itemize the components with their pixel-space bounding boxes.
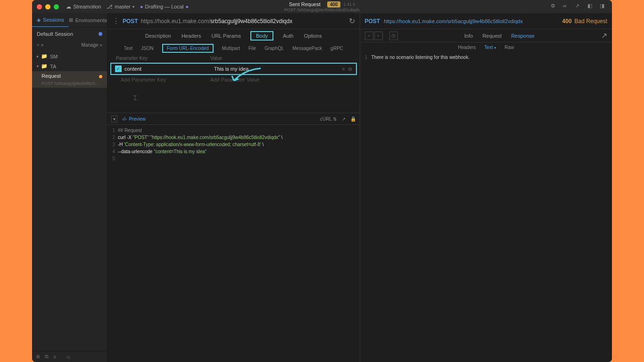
footer-filter-icon[interactable]: ≡ bbox=[53, 354, 56, 360]
branch-label[interactable]: ⎇ master ▾ bbox=[107, 4, 134, 10]
collapse-icon[interactable]: ▾ bbox=[111, 115, 117, 123]
copy-code-icon[interactable]: ↗ bbox=[342, 116, 346, 122]
folder-sm[interactable]: ▸ 📁 SM bbox=[32, 51, 107, 61]
tab-environments[interactable]: ⊞ Environments bbox=[69, 13, 107, 27]
footer-copy-icon[interactable]: ⧉ bbox=[45, 354, 49, 360]
sidebar-request-item[interactable]: Request POST /srb5acguljj9w4b86c5... bbox=[32, 71, 107, 88]
resp-tab-request[interactable]: Request bbox=[482, 33, 502, 39]
window-subtitle: POST /srb5acguljj9w4b86c5tlioll2vdiqdx bbox=[284, 8, 360, 12]
param-checkbox[interactable]: ✓ bbox=[115, 66, 122, 72]
titlebar: ☁ Streamotion ⎇ master ▾ ● Drafting — Lo… bbox=[32, 0, 612, 13]
tab-body[interactable]: Body bbox=[250, 31, 273, 41]
response-panel: POST https://hook.eu1.make.com/srb5acgul… bbox=[360, 13, 612, 362]
bodytype-text[interactable]: Text bbox=[124, 46, 132, 51]
maximize-window-button[interactable] bbox=[54, 4, 59, 9]
bodytype-msgpack[interactable]: MessagePack bbox=[292, 46, 322, 51]
tab-headers[interactable]: Headers bbox=[181, 31, 202, 41]
folder-ta[interactable]: ▾ 📁 TA bbox=[32, 61, 107, 71]
draft-status[interactable]: ● Drafting — Local ● bbox=[140, 4, 189, 9]
resp-view-headers[interactable]: Headers bbox=[458, 45, 476, 50]
app-window: ☁ Streamotion ⎇ master ▾ ● Drafting — Lo… bbox=[32, 0, 612, 362]
param-key-placeholder[interactable]: Add Parameter Key bbox=[121, 77, 210, 82]
settings-icon[interactable]: ⚙ bbox=[551, 3, 558, 10]
bodytype-form[interactable]: Form URL-Encoded bbox=[162, 44, 214, 53]
history-forward-button[interactable]: › bbox=[374, 32, 383, 40]
status-badge: 400 bbox=[327, 1, 341, 8]
sidebar-footer: ⊕ ⧉ ≡ ☺ bbox=[32, 351, 107, 362]
response-tabs: Info Request Response bbox=[399, 30, 601, 41]
bodytype-graphql[interactable]: GraphQL bbox=[264, 46, 284, 51]
content-split: ⋮ POST https://hook.eu1.make.com/srb5acg… bbox=[107, 13, 612, 362]
titlebar-right: ⚙ ∞ ↗ ◧ ◨ bbox=[551, 3, 607, 10]
share-response-icon[interactable]: ↗ bbox=[601, 31, 607, 40]
param-value-placeholder[interactable]: Add Parameter Value bbox=[210, 77, 356, 82]
history-nav: ‹ › ◷ Info Request Response ↗ bbox=[360, 29, 612, 42]
bodytype-json[interactable]: JSON bbox=[141, 46, 154, 51]
panel-left-icon[interactable]: ◧ bbox=[587, 3, 595, 10]
titlebar-left: ☁ Streamotion ⎇ master ▾ ● Drafting — Lo… bbox=[66, 4, 189, 10]
export-format-select[interactable]: cURL ⇅ bbox=[320, 116, 337, 122]
window-controls bbox=[37, 4, 59, 9]
resp-tab-info[interactable]: Info bbox=[464, 33, 473, 39]
tab-options[interactable]: Options bbox=[303, 31, 323, 41]
session-header[interactable]: Default Session bbox=[32, 27, 107, 41]
window-title: Sent Request bbox=[289, 1, 321, 7]
panel-right-icon[interactable]: ◨ bbox=[600, 3, 607, 10]
tab-description[interactable]: Description bbox=[144, 31, 172, 41]
app-label: ☁ Streamotion bbox=[66, 4, 101, 10]
param-header-row: Parameter Key Value bbox=[107, 54, 360, 63]
param-row-empty[interactable]: Add Parameter Key Add Parameter Value bbox=[107, 75, 360, 84]
preview-button[interactable]: ‹/› Preview bbox=[122, 116, 146, 122]
titlebar-center: Sent Request 400 1.41 s POST /srb5acgulj… bbox=[284, 1, 360, 12]
resp-tab-response[interactable]: Response bbox=[511, 33, 535, 39]
footer-add-icon[interactable]: ⊕ bbox=[36, 354, 40, 360]
sidebar-tree: ▸ 📁 SM ▾ 📁 TA Request POST /srb5acguljj9… bbox=[32, 49, 107, 90]
history-clock-icon[interactable]: ◷ bbox=[389, 32, 398, 40]
close-window-button[interactable] bbox=[37, 4, 42, 9]
param-value-input[interactable]: This is my idea bbox=[214, 66, 342, 72]
param-key-input[interactable]: content bbox=[124, 66, 214, 72]
lock-icon[interactable]: 🔒 bbox=[350, 116, 356, 122]
send-button[interactable]: ↻ bbox=[349, 16, 355, 25]
response-view-tabs: Headers Text ▾ Raw bbox=[360, 42, 612, 52]
bodytype-file[interactable]: File bbox=[248, 46, 256, 51]
add-button[interactable]: + ▾ bbox=[37, 42, 43, 48]
main-area: ◈ Sessions ⊞ Environments Default Sessio… bbox=[32, 13, 612, 362]
request-panel: ⋮ POST https://hook.eu1.make.com/srb5acg… bbox=[107, 13, 360, 362]
bodytype-multipart[interactable]: Multipart bbox=[222, 46, 240, 51]
manage-button[interactable]: Manage » bbox=[82, 42, 102, 48]
sidebar-manage-row: + ▾ Manage » bbox=[32, 41, 107, 49]
code-toolbar: ▾ ‹/› Preview cURL ⇅ ↗ 🔒 bbox=[107, 113, 360, 125]
tab-auth[interactable]: Auth bbox=[282, 31, 295, 41]
request-tabs: Description Headers URL Params Body Auth… bbox=[107, 29, 360, 42]
tab-url-params[interactable]: URL Params bbox=[210, 31, 242, 41]
param-row-content[interactable]: ✓ content This is my idea ≡⊖ bbox=[110, 63, 357, 75]
param-menu-icon[interactable]: ≡ bbox=[342, 66, 345, 72]
param-delete-icon[interactable]: ⊖ bbox=[348, 66, 352, 72]
resp-url: https://hook.eu1.make.com/srb5acguljj9w4… bbox=[384, 18, 558, 24]
bodytype-grpc[interactable]: gRPC bbox=[330, 46, 343, 51]
text-cursor-icon: ⌶ bbox=[133, 94, 137, 101]
link-icon[interactable]: ∞ bbox=[563, 3, 570, 10]
unsaved-indicator-icon bbox=[99, 75, 102, 78]
request-urlbar: ⋮ POST https://hook.eu1.make.com/srb5acg… bbox=[107, 13, 360, 29]
export-icon[interactable]: ↗ bbox=[575, 3, 583, 10]
response-body[interactable]: 1 There is no scenario listening for thi… bbox=[360, 52, 612, 63]
resp-view-raw[interactable]: Raw bbox=[504, 45, 514, 50]
tab-sessions[interactable]: ◈ Sessions bbox=[32, 13, 69, 27]
code-preview: 12345 ## Request curl -X "POST" "https:/… bbox=[107, 125, 360, 362]
footer-smile-icon[interactable]: ☺ bbox=[66, 354, 71, 360]
resp-view-text[interactable]: Text ▾ bbox=[484, 45, 496, 50]
resp-status: 400 Bad Request bbox=[562, 18, 607, 25]
time-label: 1.41 s bbox=[343, 2, 355, 7]
minimize-window-button[interactable] bbox=[45, 4, 50, 9]
method-label[interactable]: POST bbox=[123, 18, 138, 25]
resp-method: POST bbox=[365, 18, 380, 25]
code-content[interactable]: ## Request curl -X "POST" "https://hook.… bbox=[118, 127, 360, 360]
session-indicator-icon bbox=[99, 32, 102, 36]
url-input[interactable]: https://hook.eu1.make.com/srb5acguljj9w4… bbox=[141, 18, 346, 25]
line-gutter: 12345 bbox=[107, 127, 118, 360]
sidebar-tabs: ◈ Sessions ⊞ Environments bbox=[32, 13, 107, 27]
history-back-button[interactable]: ‹ bbox=[365, 32, 373, 40]
body-type-tabs: Text JSON Form URL-Encoded Multipart Fil… bbox=[107, 42, 360, 54]
